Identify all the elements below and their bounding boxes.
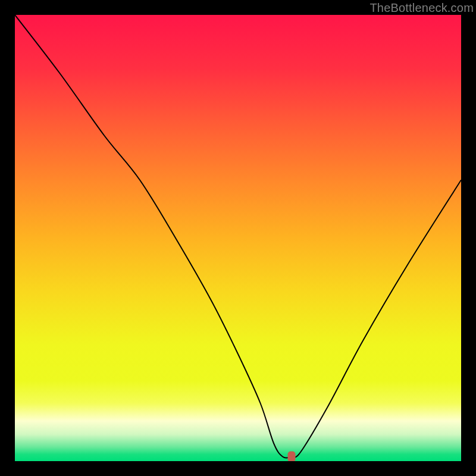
current-marker: [288, 452, 296, 462]
plot-area: [15, 15, 461, 461]
chart-svg: [15, 15, 461, 461]
watermark-text: TheBottleneck.com: [369, 1, 474, 15]
gradient-rect: [15, 15, 461, 461]
chart-frame: TheBottleneck.com: [0, 0, 476, 476]
